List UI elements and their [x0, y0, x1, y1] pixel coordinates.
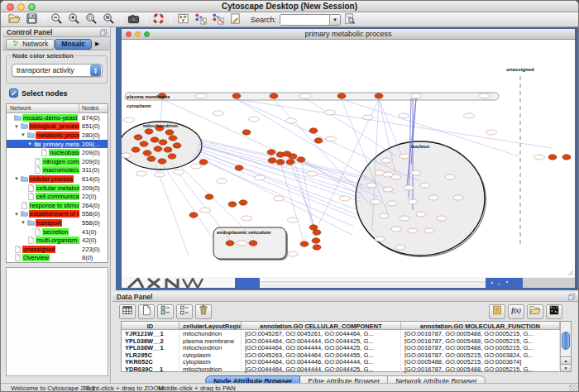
- new-button[interactable]: [138, 304, 155, 319]
- network-node[interactable]: [428, 195, 438, 200]
- network-node-selected[interactable]: [154, 146, 162, 151]
- table-row[interactable]: YKR052Ccytoplasm[GO:0044464, GO:0044446,…: [122, 358, 560, 366]
- network-node-selected[interactable]: [151, 137, 159, 142]
- network-node-selected[interactable]: [268, 158, 276, 163]
- network-node-selected[interactable]: [249, 241, 257, 246]
- network-node[interactable]: [408, 199, 418, 204]
- network-node-selected[interactable]: [239, 200, 247, 205]
- scroll-down-arrow[interactable]: ▼: [561, 364, 571, 371]
- tree-row[interactable]: cell communicat...22(0): [7, 192, 108, 201]
- tab-overflow-arrow[interactable]: ▶: [95, 41, 99, 47]
- network-node-selected[interactable]: [168, 154, 176, 159]
- network-node-selected[interactable]: [286, 160, 294, 165]
- tab-network[interactable]: Network: [6, 39, 55, 50]
- network-node[interactable]: [124, 117, 135, 122]
- network-node[interactable]: [420, 183, 430, 188]
- network-node[interactable]: [486, 130, 497, 135]
- select-button[interactable]: [157, 304, 174, 319]
- network-node-selected[interactable]: [145, 129, 153, 134]
- network-node-selected[interactable]: [189, 213, 198, 218]
- tree-row[interactable]: nucleobase-...209(0): [7, 148, 108, 157]
- network-node[interactable]: [383, 187, 393, 192]
- scrollbar-thumb[interactable]: [562, 332, 570, 350]
- tree-row[interactable]: unassigned223(0): [7, 245, 108, 254]
- network-node-selected[interactable]: [205, 194, 213, 199]
- network-overview-button[interactable]: [175, 12, 192, 26]
- zoom-in-button[interactable]: [65, 12, 83, 26]
- search-options-button[interactable]: [341, 12, 358, 26]
- select-nodes-checkbox[interactable]: ✓: [9, 88, 18, 98]
- zoom-fit-button[interactable]: [100, 12, 117, 26]
- tree-row[interactable]: ▼cellular process614(0): [7, 174, 108, 184]
- annotation-button[interactable]: [227, 12, 244, 26]
- network-node[interactable]: [288, 251, 299, 256]
- network-node[interactable]: [217, 179, 227, 184]
- tree-row[interactable]: multi-organism pro42(0): [7, 236, 108, 245]
- network-node[interactable]: [399, 113, 409, 118]
- disclosure-triangle-icon[interactable]: ▼: [20, 220, 26, 225]
- network-canvas[interactable]: plasma membranecytoplasmmitochondrionnuc…: [122, 40, 575, 277]
- network-node-selected[interactable]: [232, 93, 241, 98]
- network-node-selected[interactable]: [228, 202, 237, 207]
- resize-grip[interactable]: [569, 385, 577, 392]
- layout-attribute-button[interactable]: [209, 12, 227, 26]
- network-node-selected[interactable]: [226, 241, 234, 246]
- columns-button[interactable]: [176, 304, 193, 319]
- network-node[interactable]: [464, 113, 475, 118]
- network-node[interactable]: [288, 218, 299, 222]
- network-node[interactable]: [400, 216, 409, 221]
- disclosure-triangle-icon[interactable]: ▼: [13, 124, 20, 129]
- float-panel-icon[interactable]: [99, 28, 108, 36]
- network-node[interactable]: [200, 208, 211, 213]
- network-node-selected[interactable]: [169, 136, 177, 141]
- network-node-selected[interactable]: [314, 138, 323, 143]
- disclosure-triangle-icon[interactable]: ▼: [13, 176, 20, 181]
- search-input[interactable]: [280, 15, 329, 25]
- column-header[interactable]: _cellularLayoutRegion: [179, 322, 242, 329]
- network-node-selected[interactable]: [309, 128, 318, 133]
- node-color-dropdown[interactable]: transporter activity ▲▼: [12, 64, 103, 77]
- network-node[interactable]: [408, 228, 418, 233]
- table-row[interactable]: YJR121W__1mitochondrion[GO:0045267, GO:0…: [122, 330, 560, 337]
- network-node-selected[interactable]: [300, 241, 309, 246]
- network-node[interactable]: [242, 216, 252, 221]
- network-node[interactable]: [274, 196, 285, 201]
- network-node-selected[interactable]: [147, 156, 156, 161]
- network-node-selected[interactable]: [313, 245, 321, 250]
- network-node[interactable]: [307, 171, 318, 176]
- disclosure-triangle-icon[interactable]: ▼: [26, 141, 33, 146]
- zoom-out-button[interactable]: [48, 12, 65, 26]
- network-node-selected[interactable]: [562, 155, 571, 160]
- table-row[interactable]: YPL036W__2plasma membrane[GO:0044464, GO…: [122, 337, 560, 345]
- network-node-selected[interactable]: [375, 93, 383, 98]
- network-node-selected[interactable]: [267, 150, 275, 155]
- network-node-selected[interactable]: [164, 147, 172, 152]
- network-node[interactable]: [286, 118, 297, 123]
- network-node[interactable]: [480, 93, 490, 98]
- network-node-selected[interactable]: [158, 159, 166, 164]
- network-node[interactable]: [191, 164, 202, 169]
- tree-row[interactable]: secretion41(0): [7, 227, 108, 237]
- help-button[interactable]: [150, 12, 167, 26]
- network-node-selected[interactable]: [289, 154, 297, 159]
- table-row[interactable]: YPL036W__1mitochondrion[GO:0044464, GO:0…: [122, 344, 560, 351]
- network-node[interactable]: [395, 245, 405, 250]
- network-node-selected[interactable]: [548, 155, 557, 160]
- tree-row[interactable]: cellular metabol...209(0): [7, 184, 108, 193]
- network-node[interactable]: [122, 153, 132, 158]
- open-button[interactable]: [527, 304, 543, 319]
- network-node-selected[interactable]: [337, 93, 346, 98]
- tree-row[interactable]: response to stimulu264(0): [7, 201, 108, 210]
- tree-row[interactable]: ▼transport558(0): [7, 218, 108, 227]
- network-node[interactable]: [534, 155, 545, 160]
- table-row[interactable]: YLR295Ccytoplasm[GO:0045263, GO:0044464,…: [122, 351, 560, 359]
- tree-col-network[interactable]: Network: [7, 104, 79, 112]
- network-node[interactable]: [366, 183, 376, 188]
- tree-row[interactable]: ▼metabolic process280(0): [7, 131, 108, 140]
- tree-row[interactable]: mosaic-demo-yeast874(0): [7, 113, 108, 122]
- layout-partition-button[interactable]: [192, 12, 209, 26]
- tree-row[interactable]: Overview8(0): [7, 254, 108, 263]
- network-node[interactable]: [383, 172, 394, 177]
- network-node-selected[interactable]: [270, 93, 278, 98]
- scroll-up-arrow[interactable]: ▲: [561, 356, 571, 364]
